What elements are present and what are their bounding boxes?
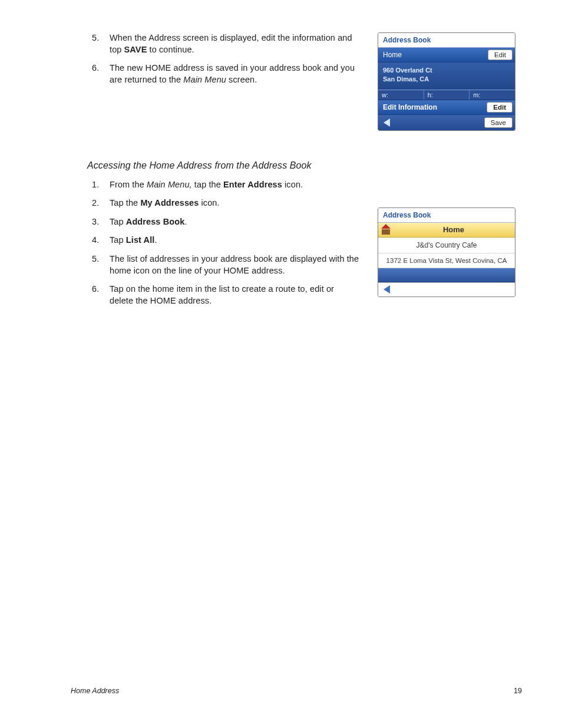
section-heading: Accessing the Home Address from the Addr…: [87, 160, 522, 171]
item-body: Tap Address Book.: [110, 216, 360, 228]
text-bold: Enter Address: [223, 180, 282, 189]
list-row[interactable]: 1372 E Loma Vista St, West Covina, CA: [378, 253, 515, 268]
mockup-address-list: Address Book Home J&d's Country Cafe 137…: [378, 207, 515, 297]
section1-text: 5. When the Address screen is displayed,…: [71, 32, 360, 131]
section1-list: 5. When the Address screen is displayed,…: [71, 32, 360, 85]
edit-info-label: Edit Information: [383, 103, 437, 111]
list-item: 4. Tap List All.: [92, 235, 360, 246]
mockup-edit-address: Address Book Home Edit 960 Overland Ct S…: [378, 32, 515, 131]
section2-list: 1. From the Main Menu, tap the Enter Add…: [71, 179, 360, 307]
save-button[interactable]: Save: [484, 117, 513, 128]
text-bold: My Addresses: [140, 198, 199, 207]
list-item: 6. Tap on the home item in the list to c…: [92, 284, 360, 307]
text: icon.: [199, 198, 219, 207]
item-number: 5.: [92, 32, 110, 55]
text: Tap the: [110, 198, 140, 207]
tab-mobile[interactable]: m:: [470, 90, 515, 100]
list-item: 1. From the Main Menu, tap the Enter Add…: [92, 179, 360, 191]
list-item: 5. When the Address screen is displayed,…: [92, 32, 360, 55]
list-item: 2. Tap the My Addresses icon.: [92, 197, 360, 209]
row-1: 5. When the Address screen is displayed,…: [71, 32, 522, 131]
text-bold: SAVE: [124, 45, 147, 54]
back-icon[interactable]: [384, 118, 390, 127]
text: screen.: [226, 75, 257, 84]
list-item: 3. Tap Address Book.: [92, 216, 360, 228]
home-label: Home: [383, 51, 402, 59]
figure-1: Address Book Home Edit 960 Overland Ct S…: [378, 32, 522, 131]
address-line: San Dimas, CA: [383, 75, 510, 84]
text-italic: Main Menu: [183, 75, 226, 84]
text-italic: Main Menu,: [147, 180, 192, 189]
item-body: When the Address screen is displayed, ed…: [110, 32, 360, 55]
phone-tabs: w: h: m:: [378, 90, 515, 100]
text: icon.: [282, 180, 303, 189]
item-number: 6.: [92, 284, 110, 307]
list-item: 5. The list of addresses in your address…: [92, 253, 360, 276]
item-number: 6.: [92, 62, 110, 85]
item-body: The new HOME address is saved in your ad…: [110, 62, 360, 85]
page-footer: Home Address 19: [71, 687, 522, 695]
item-number: 5.: [92, 253, 110, 276]
edit-button[interactable]: Edit: [488, 50, 513, 60]
item-body: Tap the My Addresses icon.: [110, 197, 360, 209]
home-row-label: Home: [396, 225, 511, 234]
text: From the: [110, 180, 147, 189]
tab-work[interactable]: w:: [378, 90, 424, 100]
text: Tap: [110, 235, 126, 245]
edit-button[interactable]: Edit: [487, 102, 513, 113]
item-number: 1.: [92, 179, 110, 191]
mock-footer: [378, 282, 515, 297]
item-number: 3.: [92, 216, 110, 228]
back-icon[interactable]: [384, 285, 390, 294]
figure-2: Address Book Home J&d's Country Cafe 137…: [378, 179, 522, 314]
tab-home[interactable]: h:: [424, 90, 470, 100]
item-body: From the Main Menu, tap the Enter Addres…: [110, 179, 360, 191]
mock-title: Address Book: [378, 33, 515, 48]
list-item: 6. The new HOME address is saved in your…: [92, 62, 360, 85]
item-body: Tap on the home item in the list to crea…: [110, 284, 360, 307]
row-2: 1. From the Main Menu, tap the Enter Add…: [71, 179, 522, 314]
address-line: 960 Overland Ct: [383, 66, 510, 75]
home-row[interactable]: Home: [378, 223, 515, 238]
text: .: [154, 235, 157, 245]
page: 5. When the Address screen is displayed,…: [0, 0, 562, 728]
section2-text: 1. From the Main Menu, tap the Enter Add…: [71, 179, 360, 314]
mock-footer: Save: [378, 115, 515, 130]
item-number: 2.: [92, 197, 110, 209]
text-bold: Address Book: [126, 217, 185, 226]
text: to continue.: [147, 45, 194, 54]
mock-title: Address Book: [378, 208, 515, 223]
list-row[interactable]: J&d's Country Cafe: [378, 238, 515, 253]
edit-info-row: Edit Information Edit: [378, 100, 515, 115]
home-icon: [382, 225, 391, 235]
item-number: 4.: [92, 235, 110, 246]
footer-left: Home Address: [71, 687, 119, 695]
mock-home-row: Home Edit: [378, 48, 515, 62]
item-body: Tap List All.: [110, 235, 360, 246]
text: .: [184, 217, 187, 226]
text: Tap: [110, 217, 126, 226]
text-bold: List All: [126, 235, 155, 245]
empty-row: [378, 268, 515, 282]
item-body: The list of addresses in your address bo…: [110, 253, 360, 276]
address-block: 960 Overland Ct San Dimas, CA: [378, 62, 515, 90]
text: tap the: [192, 180, 223, 189]
page-number: 19: [514, 687, 522, 695]
